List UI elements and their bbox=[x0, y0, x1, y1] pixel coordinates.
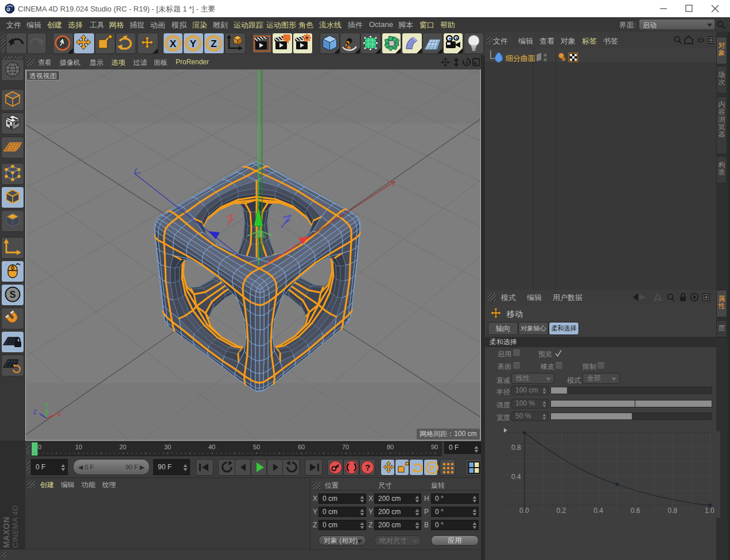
svg-text:X: X bbox=[57, 411, 61, 418]
svg-text:Z: Z bbox=[33, 409, 37, 415]
svg-text:S: S bbox=[10, 290, 16, 300]
svg-text:?: ? bbox=[365, 462, 370, 472]
svg-text:X: X bbox=[170, 38, 177, 49]
svg-text:P: P bbox=[430, 464, 435, 472]
svg-text:Y: Y bbox=[190, 38, 197, 49]
svg-text:Y: Y bbox=[45, 402, 49, 409]
svg-text:Z: Z bbox=[211, 38, 216, 49]
